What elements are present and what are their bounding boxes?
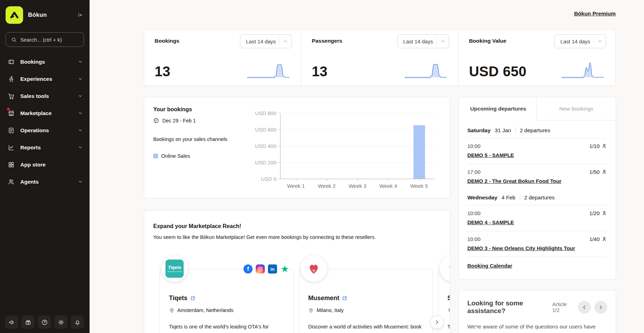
settings-button[interactable] [54,316,68,329]
reseller-name-text: Musement [308,295,339,302]
sales-channels-label: Bookings on your sales channels [153,136,227,142]
reseller-location-text: Milano, Italy [317,307,344,313]
sidebar-item-reports[interactable]: Reports [0,139,90,156]
departure-row-top: 17:001/50 [467,169,607,175]
reseller-logo-circle: SIGHEXP [440,255,450,282]
notification-dot [7,108,10,111]
x-axis-tick [419,179,419,181]
chevron-down-icon [78,145,83,150]
sidebar-item-label: Experiences [20,76,52,82]
date-range-value: Last 14 days [560,38,590,44]
help-button[interactable] [38,316,51,329]
sidebar-item-label: Sales tools [20,93,49,99]
reseller-card-tiqets: TiqetsMore ways to culturefin★TiqetsAmst… [160,269,294,333]
your-bookings-card: Your bookings Dec 29 - Feb 1 Bookings on… [144,97,450,198]
search-input[interactable] [20,37,79,43]
facebook-icon[interactable]: f [243,264,253,274]
day-name: Wednesday [467,194,497,201]
date-range-select[interactable]: Last 14 days [397,34,449,48]
external-link-icon[interactable] [190,296,196,301]
departure-row-top: 10:001/20 [467,210,607,216]
assistance-title: Looking for some assistance? [467,299,552,315]
grid-icon [7,161,15,169]
x-axis-label: Week 3 [349,183,367,189]
trustpilot-icon[interactable]: ★ [280,264,289,274]
reseller-description: Discover a world of activities with Muse… [308,322,424,333]
reseller-name: Musement [308,295,424,302]
notifications-button[interactable] [71,316,84,329]
departure-count: 2 departures [520,127,550,134]
bookings-bar-chart: USD 0USD 200USD 400USD 600USD 800Week 1W… [280,113,435,179]
divider [520,194,520,201]
linkedin-icon[interactable]: in [268,264,277,274]
departure-time: 10:00 [467,236,481,242]
dropdown-divider [279,37,279,45]
x-axis-label: Week 2 [318,183,336,189]
chart-legend: Online Sales [153,153,190,159]
sidebar-item-experiences[interactable]: Experiences [0,70,90,87]
date-range-select[interactable]: Last 14 days [240,34,292,48]
clock-icon [153,118,159,123]
carousel-next-button[interactable] [430,316,444,329]
article-nav [578,301,607,314]
departure-day-header: Saturday31 Jan2 departures [467,122,607,138]
reseller-logo-circle: TiqetsMore ways to culture [161,255,188,282]
departure-count: 2 departures [524,194,555,201]
departure-product-link[interactable]: DEMO 4 - SAMPLE [467,219,514,225]
instagram-icon[interactable] [256,264,265,274]
departures-card: Upcoming departures New bookings Saturda… [459,97,616,280]
article-next-button[interactable] [594,301,607,314]
search-box[interactable] [6,32,84,47]
x-axis-tick [296,179,296,181]
whats-new-button[interactable] [21,316,35,329]
sidebar-item-app-store[interactable]: App store [0,156,90,173]
external-link-icon[interactable] [342,296,347,301]
booking-calendar-link[interactable]: Booking Calendar [467,263,512,269]
sidebar-collapse-icon[interactable] [77,12,83,18]
date-range-value: Last 14 days [246,38,276,44]
bell-icon [74,319,81,326]
x-axis-label: Week 4 [380,183,397,189]
article-counter: Article 1/2 [552,301,573,313]
departure-row: 10:001/40DEMO 3 - New Orleans City Highl… [467,231,607,257]
musement-logo [306,261,321,276]
departure-product-link[interactable]: DEMO 2 - The Great Bokun Food Tour [467,178,561,184]
sightseeing-logo: SIGHEXP [449,265,450,272]
date-range-label: Dec 29 - Feb 1 [162,118,196,123]
stats-card: BookingsLast 14 days13PassengersLast 14 … [144,29,616,86]
y-axis-label: USD 200 [255,160,276,165]
bokun-premium-link[interactable]: Bókun Premium [574,10,616,17]
sidebar-item-operations[interactable]: Operations [0,122,90,139]
tab-new-bookings[interactable]: New bookings [537,97,616,120]
stat-title: Passengers [312,38,342,44]
stat-title: Bookings [155,38,179,44]
departure-product-link[interactable]: DEMO 3 - New Orleans City Highlights Tou… [467,245,575,251]
chevron-down-icon [78,59,83,64]
departure-row: 10:001/20DEMO 4 - SAMPLE [467,205,607,231]
article-prev-button[interactable] [578,301,591,314]
departure-row: 17:001/50DEMO 2 - The Great Bokun Food T… [467,164,607,190]
departure-product-link[interactable]: DEMO 5 - SAMPLE [467,152,514,158]
sparkline-chart [560,60,606,81]
departure-time: 10:00 [467,143,481,149]
chart-gridline [281,113,435,113]
chevron-down-icon [597,39,602,44]
help-icon [41,319,48,326]
tab-upcoming-departures[interactable]: Upcoming departures [459,97,537,120]
sidebar-item-agents[interactable]: Agents [0,173,90,190]
sidebar-item-marketplace[interactable]: Marketplace [0,105,90,122]
sidebar: Bókun BookingsExperiencesSales toolsMark… [0,0,90,333]
date-range-select[interactable]: Last 14 days [554,34,606,48]
stat-value: 13 [155,64,170,79]
announcements-button[interactable] [5,316,18,329]
sidebar-item-bookings[interactable]: Bookings [0,53,90,70]
sidebar-item-sales-tools[interactable]: Sales tools [0,87,90,105]
megaphone-icon [8,319,15,326]
brand-row: Bókun [0,0,90,27]
departure-time: 17:00 [467,169,481,175]
list-icon [7,127,15,134]
person-icon [601,210,607,216]
cart-icon [7,92,15,100]
capacity-value: 1/50 [589,169,600,175]
chevron-down-icon [78,111,83,115]
